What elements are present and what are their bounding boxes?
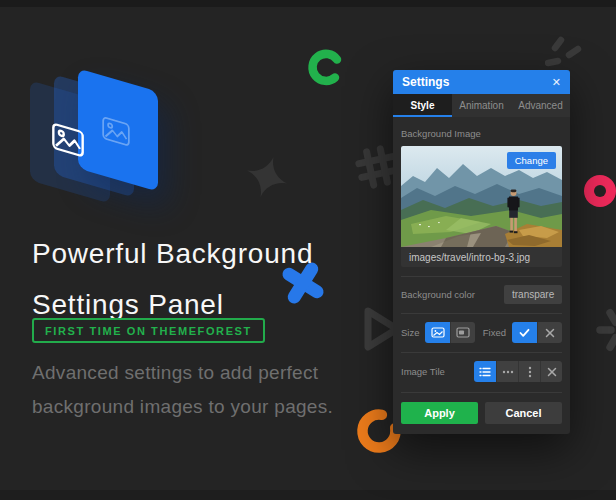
x-icon — [547, 367, 557, 377]
top-divider — [0, 0, 616, 7]
apply-button[interactable]: Apply — [401, 402, 478, 424]
background-image-label: Background Image — [401, 128, 562, 139]
settings-panel: Settings ✕ Style Animation Advanced Back… — [393, 70, 570, 434]
panel-title: Settings — [402, 75, 449, 89]
size-segmented-control — [425, 322, 475, 343]
tab-advanced[interactable]: Advanced — [511, 94, 570, 117]
size-label: Size — [401, 327, 419, 338]
cancel-button[interactable]: Cancel — [485, 402, 562, 424]
fixed-off-button[interactable] — [537, 322, 562, 343]
first-time-badge: FIRST TIME ON THEMEFOREST — [32, 318, 265, 343]
image-path: images/travel/intro-bg-3.jpg — [401, 247, 562, 267]
pink-donut-icon — [581, 172, 616, 210]
fixed-on-button[interactable] — [512, 322, 537, 343]
fixed-segmented-control — [512, 322, 562, 343]
page-description: Advanced settings to add perfect backgro… — [32, 356, 362, 424]
image-icon — [102, 115, 130, 147]
size-custom-button[interactable] — [450, 322, 475, 343]
image-small-icon — [456, 327, 470, 338]
bottom-divider — [0, 490, 616, 500]
tile-none-button[interactable] — [540, 361, 562, 382]
page-title: Powerful Background Settings Panel — [32, 228, 362, 330]
layers-illustration — [30, 80, 210, 240]
tab-animation[interactable]: Animation — [452, 94, 511, 117]
sparkle-dashes-icon — [545, 33, 589, 73]
tile-grid-icon — [479, 367, 491, 377]
tab-bar: Style Animation Advanced — [393, 94, 570, 117]
close-icon[interactable]: ✕ — [552, 77, 561, 88]
gray-asterisk-icon — [590, 304, 616, 356]
tab-style[interactable]: Style — [393, 94, 452, 117]
background-color-label: Background color — [401, 289, 475, 300]
background-color-row: Background color — [401, 276, 562, 304]
tile-repeat-button[interactable] — [474, 361, 496, 382]
description-line-1: Advanced settings to add perfect — [32, 356, 362, 390]
tile-vertical-button[interactable] — [518, 361, 540, 382]
background-image-preview: Change — [401, 146, 562, 247]
gray-star-icon — [242, 152, 292, 202]
dots-vertical-icon — [528, 366, 532, 378]
x-icon — [545, 328, 555, 338]
panel-header[interactable]: Settings ✕ — [393, 70, 570, 94]
description-line-2: background images to your pages. — [32, 390, 362, 424]
change-button[interactable]: Change — [507, 152, 556, 169]
background-image-preview-block: Change images/travel/intro-bg-3.jpg — [401, 146, 562, 267]
image-full-icon — [431, 327, 445, 338]
panel-footer: Apply Cancel — [401, 392, 562, 426]
fixed-label: Fixed — [483, 327, 506, 338]
image-tile-row: Image Tile — [401, 352, 562, 382]
size-full-button[interactable] — [425, 322, 450, 343]
size-fixed-row: Size — [401, 313, 562, 343]
tile-horizontal-button[interactable] — [496, 361, 518, 382]
dots-horizontal-icon — [502, 370, 514, 374]
green-ring-icon — [306, 47, 346, 87]
panel-body: Background Image — [393, 117, 570, 434]
image-tile-label: Image Tile — [401, 366, 445, 377]
check-icon — [519, 328, 530, 338]
image-tile-segmented-control — [474, 361, 562, 382]
title-line-1: Powerful Background — [32, 228, 362, 279]
background-color-input[interactable] — [504, 285, 562, 304]
